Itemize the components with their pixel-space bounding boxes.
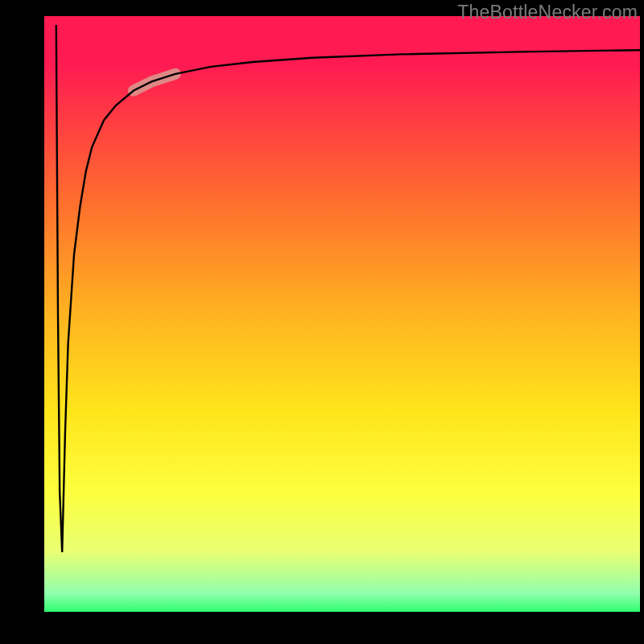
curve-layer <box>44 16 640 612</box>
plot-area <box>44 16 640 612</box>
chart-frame: TheBottleNecker.com <box>0 0 644 644</box>
attribution-text: TheBottleNecker.com <box>457 2 638 23</box>
bottleneck-curve <box>56 25 640 552</box>
